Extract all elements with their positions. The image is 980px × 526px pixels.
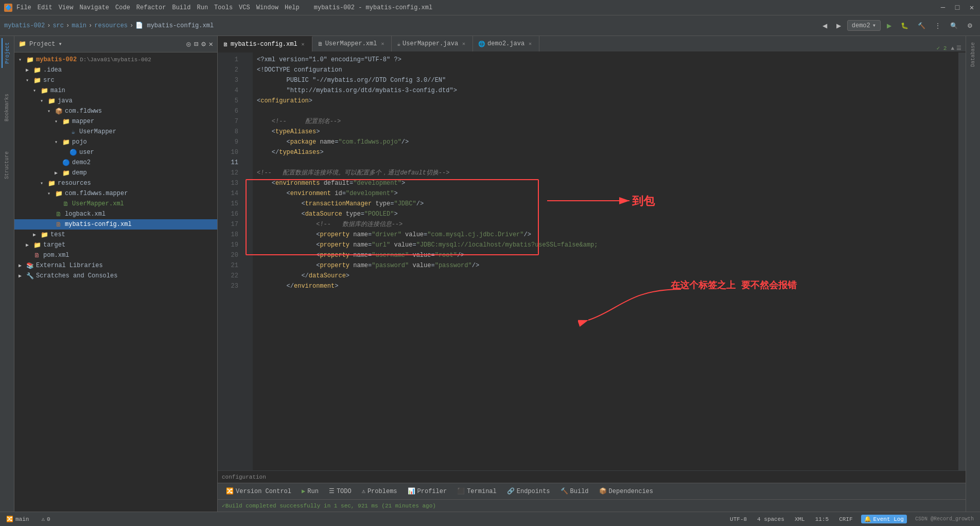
project-panel-title: 📁 Project ▾ [19,40,62,48]
locate-icon[interactable]: ◎ [186,40,190,48]
bottom-tab-build[interactable]: 🔨 Build [556,485,593,497]
menu-view[interactable]: View [59,4,74,11]
tree-target[interactable]: ▶ 📁 target [14,240,217,250]
code-content[interactable]: <?xml version="1.0" encoding="UTF-8" ?><… [253,52,958,470]
code-line-16: <dataSource type="POOLED"> [253,209,958,219]
run-config-dropdown-icon[interactable]: ▾ [872,22,876,29]
status-encoding[interactable]: UTF-8 [728,515,749,523]
tab-close-ux[interactable]: ✕ [379,40,386,47]
bottom-tab-problems[interactable]: ⚠ Problems [358,485,401,497]
menu-help[interactable]: Help [285,4,300,11]
line-number-7: 7 [218,116,242,127]
breadcrumb-resources[interactable]: resources [94,22,128,29]
right-tab-database[interactable]: Database [969,38,977,71]
right-sidebar: Database [966,36,980,512]
panel-icons: ◎ ⊟ ⚙ ✕ [186,40,213,48]
tab-label-demo2: demo2.java [487,40,524,47]
debug-button[interactable]: 🐛 [898,21,912,31]
collapse-all-icon[interactable]: ⊟ [194,40,198,48]
breadcrumb-src[interactable]: src [52,22,64,29]
tree-demo2[interactable]: 🔵 demo2 [14,157,217,168]
status-git[interactable]: 🔀 main [4,516,31,522]
breadcrumb-project[interactable]: mybatis-002 [4,22,45,29]
tree-test[interactable]: ▶ 📁 test [14,230,217,240]
tab-bar-right: ✓ 2 ▲ ☰ [933,45,966,51]
tab-mybatis-config[interactable]: 🗎 mybatis-config.xml ✕ [218,36,312,51]
menu-file[interactable]: File [16,4,31,11]
status-crif[interactable]: CRIF [837,515,854,523]
bottom-tab-todo[interactable]: ☰ TODO [325,485,356,497]
tab-usermapper-java[interactable]: ☕ UserMapper.java ✕ [392,36,473,51]
menu-refactor[interactable]: Refactor [136,4,166,11]
run-config-selector[interactable]: demo2 ▾ [847,20,881,31]
left-tab-bookmarks[interactable]: Bookmarks [2,90,12,126]
menu-bar[interactable]: File Edit View Navigate Code Refactor Bu… [16,4,300,11]
tree-logback[interactable]: 🗎 logback.xml [14,209,217,219]
tab-close-mybatis[interactable]: ✕ [300,41,307,48]
close-button[interactable]: ✕ [968,4,976,12]
tab-demo2[interactable]: 🌐 demo2.java ✕ [473,36,539,51]
line-number-19: 19 [218,240,242,250]
build-button[interactable]: 🔨 [915,21,929,31]
breadcrumb-main[interactable]: main [72,22,86,29]
tree-com-fldwws-mapper[interactable]: ▾ 📁 com.fldwws.mapper [14,188,217,199]
menu-vcs[interactable]: VCS [239,4,250,11]
menu-edit[interactable]: Edit [38,4,52,11]
menu-run[interactable]: Run [197,4,208,11]
maximize-button[interactable]: □ [953,4,961,12]
status-line-col[interactable]: 11:5 [813,515,831,523]
editor-scrollbar[interactable] [958,52,966,470]
tree-scratches[interactable]: ▶ 🔧 Scratches and Consoles [14,271,217,281]
tab-close-uj[interactable]: ✕ [460,40,467,47]
tree-com-fldwws[interactable]: ▾ 📦 com.fldwws [14,106,217,116]
menu-window[interactable]: Window [256,4,278,11]
tree-pom[interactable]: 🗎 pom.xml [14,250,217,260]
tree-user[interactable]: 🔵 user [14,147,217,157]
menu-tools[interactable]: Tools [214,4,233,11]
run-button[interactable]: ▶ [884,21,895,31]
bottom-tab-profiler[interactable]: 📊 Profiler [404,485,451,497]
tree-src[interactable]: ▾ 📁 src [14,75,217,85]
tree-resources[interactable]: ▾ 📁 resources [14,178,217,188]
status-indent[interactable]: 4 spaces [755,515,786,523]
tab-usermapper-xml[interactable]: 🗎 UserMapper.xml ✕ [312,36,392,51]
project-panel-header: 📁 Project ▾ ◎ ⊟ ⚙ ✕ [14,36,217,52]
menu-navigate[interactable]: Navigate [79,4,109,11]
toolbar-forward-button[interactable]: ▶ [833,21,844,31]
left-tab-structure[interactable]: Structure [2,147,12,183]
tree-usermapper-java[interactable]: ☕ UserMapper [14,127,217,137]
tree-usermapper-xml[interactable]: 🗎 UserMapper.xml [14,199,217,209]
event-log-button[interactable]: 🔔 Event Log [861,515,907,523]
tree-idea[interactable]: ▶ 📁 .idea [14,65,217,75]
panel-close-icon[interactable]: ✕ [209,40,213,48]
tree-ext-libs[interactable]: ▶ 📚 External Libraries [14,260,217,271]
menu-code[interactable]: Code [115,4,130,11]
tree-mapper[interactable]: ▾ 📁 mapper [14,116,217,127]
minimize-button[interactable]: ─ [939,4,947,12]
status-errors[interactable]: ⚠ 0 [39,516,52,522]
status-filetype[interactable]: XML [793,515,807,523]
tree-demp[interactable]: ▶ 📁 demp [14,168,217,178]
tree-mybatis-config[interactable]: 🗎 mybatis-config.xml [14,219,217,230]
bottom-tab-terminal[interactable]: ⬛ Terminal [453,485,501,497]
panel-dropdown-icon[interactable]: ▾ [58,40,62,48]
tree-pojo[interactable]: ▾ 📁 pojo [14,137,217,147]
line-number-14: 14 [218,188,242,199]
search-button[interactable]: 🔍 [947,21,961,31]
bottom-tab-version-control[interactable]: 🔀 Version Control [222,485,295,497]
tab-close-demo2[interactable]: ✕ [527,40,534,47]
bottom-tab-run[interactable]: ▶ Run [297,485,323,497]
menu-build[interactable]: Build [172,4,190,11]
settings-button[interactable]: ⚙ [964,21,976,31]
window-controls[interactable]: ─ □ ✕ [939,4,976,12]
tree-root[interactable]: ▾ 📁 mybatis-002 D:\Java01\mybatis-002 [14,55,217,65]
more-button[interactable]: ⋮ [932,21,944,31]
bottom-tab-endpoints[interactable]: 🔗 Endpoints [503,485,554,497]
left-tab-project[interactable]: Project [2,38,12,68]
bottom-tab-dependencies[interactable]: 📦 Dependencies [595,485,657,497]
panel-settings-icon[interactable]: ⚙ [201,40,205,48]
toolbar-back-button[interactable]: ◀ [819,21,830,31]
project-icon: 📁 [19,40,26,48]
tree-java[interactable]: ▾ 📁 java [14,96,217,106]
tree-main[interactable]: ▾ 📁 main [14,85,217,96]
